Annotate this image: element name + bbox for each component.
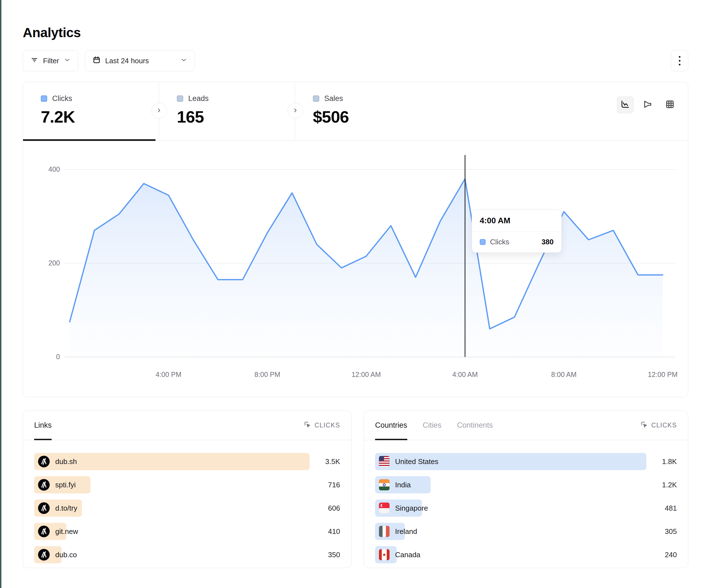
tab-underline [34, 439, 52, 440]
clicks-area-chart[interactable]: 4:00 PM8:00 PM12:00 AM4:00 AM8:00 AM12:0… [64, 167, 678, 389]
funnel-icon [642, 99, 653, 111]
row-name: Singapore [395, 504, 428, 513]
area-fill [70, 179, 663, 357]
tooltip-series-swatch [480, 239, 486, 245]
line-chart-icon [620, 99, 630, 111]
y-axis-tick: 400 [27, 165, 60, 173]
kebab-menu-icon [679, 55, 681, 67]
dub-logo-icon [38, 479, 50, 491]
row-track: d.to/try [34, 499, 309, 517]
date-range-button[interactable]: Last 24 hours [85, 50, 195, 71]
x-axis-tick: 12:00 PM [648, 370, 677, 379]
clicks-label: Clicks [52, 94, 72, 103]
links-metric-label: CLICKS [315, 422, 340, 429]
clicks-legend-swatch [41, 95, 47, 102]
tab-continents[interactable]: Continents [457, 411, 493, 440]
filter-button[interactable]: Filter [23, 50, 78, 71]
row-track: India [375, 476, 646, 493]
country-row[interactable]: India1.2K [375, 476, 677, 493]
row-track: Canada [375, 546, 646, 563]
country-row[interactable]: United States1.8K [375, 453, 677, 470]
link-row[interactable]: spti.fyi716 [34, 476, 340, 493]
row-track: git.new [34, 523, 309, 540]
expand-clicks-leads-button[interactable] [151, 103, 167, 118]
row-name: dub.co [55, 550, 77, 559]
chart-tooltip: 4:00 AM Clicks 380 [472, 210, 562, 253]
row-name: git.new [55, 527, 78, 536]
y-axis-tick: 0 [27, 353, 60, 361]
sales-value: $506 [313, 107, 431, 127]
tab-countries[interactable]: Countries [375, 411, 407, 440]
row-track: United States [375, 453, 646, 470]
tab-label: Countries [375, 421, 407, 430]
toolbar: Filter Last 24 hours [23, 50, 688, 71]
countries-panel-header: CountriesCitiesContinents CLICKS [364, 411, 688, 440]
row-track: spti.fyi [34, 476, 309, 493]
active-tab-underline [23, 139, 155, 141]
table-view-button[interactable] [662, 97, 678, 113]
ie-flag-icon [379, 526, 389, 537]
us-flag-icon [379, 456, 389, 467]
dub-logo-icon [38, 549, 50, 561]
row-label: dub.sh [38, 456, 77, 467]
country-row[interactable]: Ireland305 [375, 523, 677, 540]
chevron-down-icon [180, 56, 187, 65]
tab-links-label: Links [34, 421, 52, 430]
row-track: Ireland [375, 523, 646, 540]
row-track: dub.sh [34, 453, 309, 470]
row-track: dub.co [34, 546, 309, 563]
tab-leads[interactable]: Leads 165 [159, 82, 295, 140]
row-label: United States [379, 456, 438, 467]
dub-logo-icon [38, 502, 50, 514]
grid-icon [665, 99, 675, 111]
dub-logo-icon [38, 526, 50, 537]
row-label: Singapore [379, 502, 428, 514]
row-name: United States [395, 457, 438, 466]
tab-sales[interactable]: Sales $506 [295, 82, 431, 140]
row-name: Canada [395, 550, 420, 559]
row-value: 716 [309, 481, 340, 489]
row-label: git.new [38, 526, 78, 537]
row-name: India [395, 481, 411, 489]
x-axis-tick: 12:00 AM [351, 370, 381, 379]
countries-metric-toggle[interactable]: CLICKS [640, 421, 677, 430]
country-row[interactable]: Singapore481 [375, 499, 677, 517]
cursor-click-icon [640, 421, 648, 430]
sg-flag-icon [379, 502, 389, 514]
tab-cities[interactable]: Cities [423, 411, 442, 440]
row-name: dub.sh [55, 457, 77, 466]
row-label: spti.fyi [38, 479, 76, 491]
row-value: 606 [309, 504, 340, 513]
sales-legend-swatch [313, 95, 319, 102]
country-row[interactable]: Canada240 [375, 546, 677, 563]
tab-label: Continents [457, 421, 493, 430]
link-row[interactable]: d.to/try606 [34, 499, 340, 517]
countries-metric-label: CLICKS [651, 422, 677, 429]
expand-leads-sales-button[interactable] [288, 103, 303, 118]
tab-links[interactable]: Links [34, 411, 52, 440]
tooltip-value: 380 [542, 238, 554, 246]
link-row[interactable]: dub.sh3.5K [34, 453, 340, 470]
links-metric-toggle[interactable]: CLICKS [303, 421, 340, 430]
chevron-down-icon [64, 56, 71, 65]
calendar-icon [92, 56, 101, 66]
leads-label: Leads [188, 94, 209, 103]
link-row[interactable]: git.new410 [34, 523, 340, 540]
countries-panel: CountriesCitiesContinents CLICKS United … [364, 410, 688, 568]
tab-clicks[interactable]: Clicks 7.2K [23, 82, 159, 140]
more-options-button[interactable] [671, 50, 688, 71]
row-value: 410 [309, 527, 340, 536]
tooltip-time: 4:00 AM [472, 210, 561, 232]
chevron-right-icon [292, 107, 298, 114]
line-chart-view-button[interactable] [617, 96, 633, 113]
funnel-view-button[interactable] [640, 97, 656, 113]
leads-legend-swatch [177, 95, 183, 102]
row-value: 1.8K [646, 457, 677, 466]
row-name: d.to/try [55, 504, 77, 513]
filter-button-label: Filter [43, 56, 59, 65]
row-value: 240 [646, 550, 677, 559]
row-value: 1.2K [646, 481, 677, 489]
date-range-label: Last 24 hours [105, 56, 149, 65]
link-row[interactable]: dub.co350 [34, 546, 340, 563]
links-panel: Links CLICKS dub.sh3.5Kspti.fyi716d.to/t… [23, 410, 351, 568]
